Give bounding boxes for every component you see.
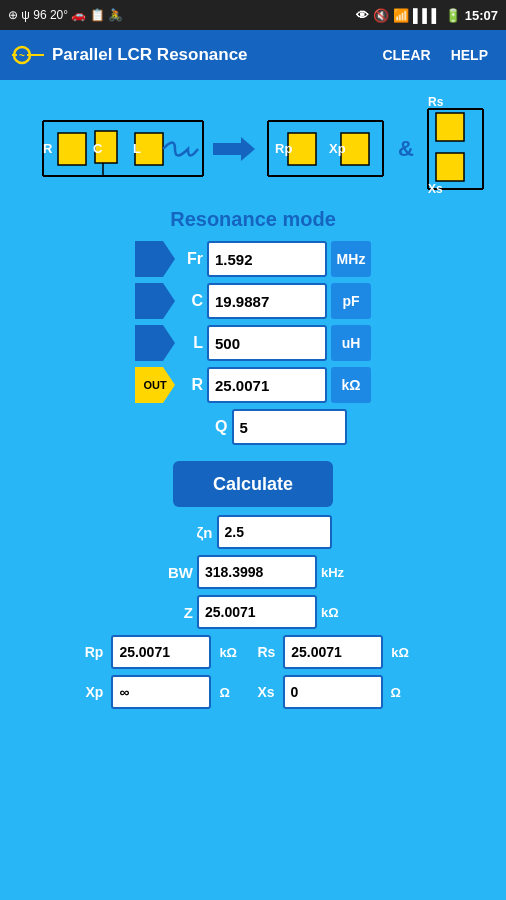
rp-unit: kΩ [219, 645, 249, 660]
r-arrow-out[interactable]: OUT [135, 367, 175, 403]
out-label: OUT [143, 379, 166, 391]
zn-label: ζn [175, 524, 213, 541]
fr-label: Fr [179, 250, 203, 268]
fr-input[interactable] [207, 241, 327, 277]
rs-field[interactable] [283, 635, 383, 669]
bw-row: BW kHz [155, 555, 351, 589]
rp-label: Rp [85, 644, 104, 660]
circuit-svg: R C L Rp Xp & [13, 91, 493, 206]
rp-rs-row: Rp kΩ Rs kΩ [10, 635, 496, 669]
svg-rect-29 [436, 113, 464, 141]
fr-arrow[interactable] [135, 241, 175, 277]
svg-rect-8 [58, 133, 86, 165]
l-input[interactable] [207, 325, 327, 361]
bw-label: BW [155, 564, 193, 581]
svg-text:&: & [398, 136, 414, 161]
q-label: Q [204, 418, 228, 436]
svg-rect-31 [436, 153, 464, 181]
c-label: C [179, 292, 203, 310]
r-input[interactable] [207, 367, 327, 403]
xs-unit: Ω [391, 685, 421, 700]
svg-marker-15 [213, 137, 255, 161]
app-logo: ~ [12, 41, 44, 69]
signal-icon: ▌▌▌ [413, 8, 441, 23]
xp-xs-row: Xp Ω Xs Ω [10, 675, 496, 709]
clear-button[interactable]: CLEAR [376, 43, 436, 67]
app-header: ~ Parallel LCR Resonance CLEAR HELP [0, 30, 506, 80]
svg-text:C: C [93, 141, 103, 156]
r-row: OUT R kΩ [135, 367, 371, 403]
svg-text:L: L [133, 141, 141, 156]
c-unit: pF [331, 283, 371, 319]
svg-text:Xp: Xp [329, 141, 346, 156]
rs-label: Rs [257, 644, 275, 660]
l-label: L [179, 334, 203, 352]
svg-text:Xs: Xs [428, 182, 443, 196]
q-input[interactable] [232, 409, 347, 445]
q-row: Q [160, 409, 347, 445]
l-unit: uH [331, 325, 371, 361]
xs-label: Xs [257, 684, 274, 700]
r-label: R [179, 376, 203, 394]
xp-unit: Ω [219, 685, 249, 700]
z-field[interactable] [197, 595, 317, 629]
rp-field[interactable] [111, 635, 211, 669]
battery-icon: 🔋 [445, 8, 461, 23]
rs-unit: kΩ [391, 645, 421, 660]
zn-row: ζn [175, 515, 332, 549]
bw-field[interactable] [197, 555, 317, 589]
bw-unit: kHz [321, 565, 351, 580]
zn-field[interactable] [217, 515, 332, 549]
app-title: Parallel LCR Resonance [52, 45, 248, 65]
status-icons: ⊕ ψ 96 20° 🚗 📋 🚴 [8, 8, 123, 22]
circuit-diagram: R C L Rp Xp & [10, 88, 496, 208]
svg-text:R: R [43, 141, 53, 156]
svg-text:Rp: Rp [275, 141, 292, 156]
main-content: R C L Rp Xp & [0, 80, 506, 900]
clock: 15:07 [465, 8, 498, 23]
fr-row: Fr MHz [135, 241, 371, 277]
help-button[interactable]: HELP [445, 43, 494, 67]
c-row: C pF [135, 283, 371, 319]
status-left: ⊕ ψ 96 20° 🚗 📋 🚴 [8, 8, 123, 22]
z-unit: kΩ [321, 605, 351, 620]
r-unit: kΩ [331, 367, 371, 403]
status-bar: ⊕ ψ 96 20° 🚗 📋 🚴 👁 🔇 📶 ▌▌▌ 🔋 15:07 [0, 0, 506, 30]
xp-label: Xp [85, 684, 103, 700]
xs-field[interactable] [283, 675, 383, 709]
calculate-button[interactable]: Calculate [173, 461, 333, 507]
fr-unit: MHz [331, 241, 371, 277]
xp-field[interactable] [111, 675, 211, 709]
z-row: Z kΩ [155, 595, 351, 629]
status-misc-icons: 👁 🔇 [356, 8, 389, 23]
l-arrow[interactable] [135, 325, 175, 361]
c-arrow[interactable] [135, 283, 175, 319]
header-buttons: CLEAR HELP [376, 43, 494, 67]
section-title: Resonance mode [170, 208, 336, 231]
header-left: ~ Parallel LCR Resonance [12, 41, 248, 69]
c-input[interactable] [207, 283, 327, 319]
svg-text:~: ~ [19, 50, 25, 61]
z-label: Z [155, 604, 193, 621]
wifi-icon: 📶 [393, 8, 409, 23]
l-row: L uH [135, 325, 371, 361]
svg-text:Rs: Rs [428, 95, 444, 109]
status-right: 👁 🔇 📶 ▌▌▌ 🔋 15:07 [356, 8, 498, 23]
